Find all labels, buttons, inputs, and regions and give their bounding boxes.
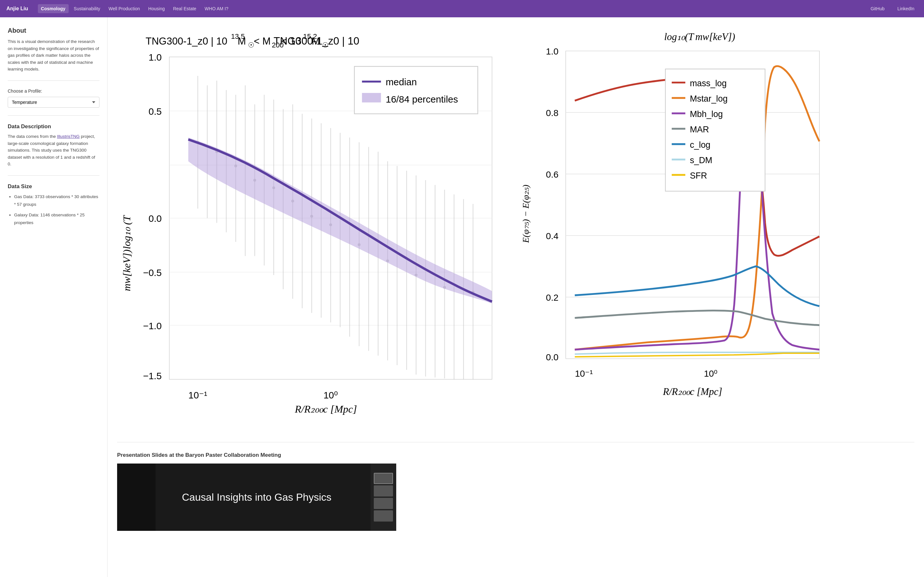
chart1-svg: TNG300-1_z0 | 10 TNG300-1_z0 | 10 13.5 M…	[117, 24, 516, 432]
svg-text:0.0: 0.0	[546, 352, 558, 362]
data-size-item-1: Gas Data: 3733 observations * 30 attribu…	[14, 193, 99, 209]
svg-text:< M: < M	[254, 35, 271, 47]
data-desc-text-2: project, large-scale cosmological galaxy…	[8, 134, 95, 166]
svg-text:10⁰: 10⁰	[323, 390, 338, 400]
divider-1	[8, 81, 99, 81]
nav-cosmology[interactable]: Cosmology	[38, 4, 69, 13]
brand-name[interactable]: Anjie Liu	[6, 6, 28, 11]
nav-housing[interactable]: Housing	[145, 4, 168, 13]
svg-text:M: M	[238, 35, 246, 47]
svg-text:R/R₂₀₀c [Mpc]: R/R₂₀₀c [Mpc]	[662, 386, 722, 397]
presentation-section: Presentation Slides at the Baryon Paster…	[117, 452, 914, 531]
svg-text:median: median	[386, 77, 417, 87]
nav-who-am-i[interactable]: WHO AM I?	[202, 4, 232, 13]
svg-text:0.2: 0.2	[546, 292, 558, 303]
svg-text:< 10: < 10	[281, 35, 301, 47]
svg-text:mw[keV]): mw[keV])	[121, 250, 132, 291]
sidebar: About This is a visual demonstration of …	[0, 17, 107, 577]
svg-text:10⁻¹: 10⁻¹	[188, 390, 207, 400]
svg-text:s_DM: s_DM	[690, 155, 712, 165]
chart1-container: TNG300-1_z0 | 10 TNG300-1_z0 | 10 13.5 M…	[117, 24, 516, 432]
nav-github[interactable]: GitHub	[867, 4, 888, 13]
data-desc-text-1: The data comes from the	[8, 134, 57, 139]
slide-thumb-2[interactable]	[374, 485, 393, 496]
svg-text:TNG300-1_z0 | 10: TNG300-1_z0 | 10	[145, 35, 228, 47]
page-layout: About This is a visual demonstration of …	[0, 17, 924, 577]
profile-label: Choose a Profile:	[8, 89, 99, 93]
illustristng-link[interactable]: IllustrisTNG	[57, 134, 80, 139]
svg-text:Mstar_log: Mstar_log	[690, 94, 728, 103]
svg-text:mass_log: mass_log	[690, 79, 727, 88]
svg-text:0.8: 0.8	[546, 108, 558, 118]
svg-text:1.0: 1.0	[149, 52, 162, 63]
navbar: Anjie Liu Cosmology Sustainability Well …	[0, 0, 924, 17]
divider-2	[8, 115, 99, 116]
divider-3	[8, 175, 99, 176]
slide-left-panel	[117, 464, 156, 531]
svg-text:log₁₀(T: log₁₀(T	[664, 31, 695, 42]
svg-text:mw[keV]): mw[keV])	[695, 31, 735, 42]
svg-text:16/84 percentiles: 16/84 percentiles	[386, 94, 458, 105]
presentation-slide: Causal Insights into Gas Physics	[117, 464, 396, 531]
svg-text:−1.5: −1.5	[143, 371, 162, 381]
svg-text:Mbh_log: Mbh_log	[690, 109, 723, 119]
svg-text:c_log: c_log	[690, 140, 710, 150]
svg-text:MAR: MAR	[690, 125, 709, 134]
svg-text:log₁₀ (T: log₁₀ (T	[121, 215, 132, 250]
svg-text:0.5: 0.5	[149, 106, 162, 117]
nav-well-production[interactable]: Well Production	[105, 4, 143, 13]
chart2-container: log₁₀(T mw[keV]) 1.0 0.8	[516, 24, 915, 414]
nav-linkedin[interactable]: LinkedIn	[894, 4, 918, 13]
svg-text:M: M	[312, 35, 320, 47]
slide-thumb-3[interactable]	[374, 498, 393, 509]
svg-text:−1.0: −1.0	[143, 321, 162, 331]
presentation-title: Presentation Slides at the Baryon Paster…	[117, 452, 914, 458]
svg-rect-71	[362, 93, 381, 103]
data-size-heading: Data Size	[8, 183, 99, 190]
svg-text:0.0: 0.0	[149, 213, 162, 224]
data-size-list: Gas Data: 3733 observations * 30 attribu…	[8, 193, 99, 227]
nav-real-estate[interactable]: Real Estate	[170, 4, 199, 13]
data-desc-heading: Data Description	[8, 123, 99, 130]
svg-text:1.0: 1.0	[546, 46, 558, 56]
charts-row: TNG300-1_z0 | 10 TNG300-1_z0 | 10 13.5 M…	[117, 24, 914, 442]
about-text: This is a visual demonstration of the re…	[8, 38, 99, 73]
slide-right-panel	[371, 464, 396, 531]
main-content: TNG300-1_z0 | 10 TNG300-1_z0 | 10 13.5 M…	[107, 17, 924, 577]
data-desc-text: The data comes from the IllustrisTNG pro…	[8, 133, 99, 168]
svg-text:10⁰: 10⁰	[704, 368, 717, 379]
svg-text:E(φ₇₅) − E(φ₂₅): E(φ₇₅) − E(φ₂₅)	[520, 185, 530, 243]
svg-text:0.6: 0.6	[546, 169, 558, 179]
svg-text:10⁻¹: 10⁻¹	[575, 368, 593, 379]
svg-rect-68	[355, 66, 478, 114]
slide-thumb-1[interactable]	[374, 473, 393, 484]
svg-text:R/R₂₀₀c [Mpc]: R/R₂₀₀c [Mpc]	[294, 403, 357, 415]
slide-thumb-4[interactable]	[374, 510, 393, 522]
nav-sustainability[interactable]: Sustainability	[71, 4, 103, 13]
profile-select[interactable]: TemperatureDensityPressureEntropy	[8, 97, 99, 108]
svg-text:☉: ☉	[322, 41, 328, 49]
data-size-item-2: Galaxy Data: 1146 observations * 25 prop…	[14, 211, 99, 227]
chart2-svg: log₁₀(T mw[keV]) 1.0 0.8	[516, 24, 915, 413]
svg-text:SFR: SFR	[690, 171, 707, 181]
svg-text:−0.5: −0.5	[143, 268, 162, 278]
nav-right-links: GitHub LinkedIn	[867, 4, 918, 13]
nav-links: Cosmology Sustainability Well Production…	[38, 4, 867, 13]
about-heading: About	[8, 27, 99, 34]
slide-main-text: Causal Insights into Gas Physics	[182, 492, 331, 503]
svg-text:0.4: 0.4	[546, 231, 558, 241]
